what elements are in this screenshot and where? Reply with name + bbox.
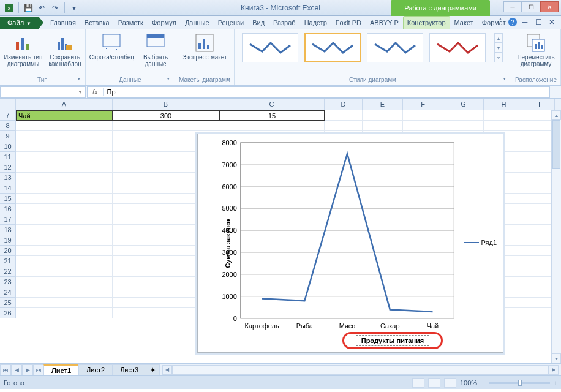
row-header-14[interactable]: 14 <box>0 183 16 194</box>
fx-icon[interactable]: fx <box>88 88 104 96</box>
view-page-layout-button[interactable] <box>428 378 440 388</box>
sheet-tab-1[interactable]: Лист1 <box>43 364 79 375</box>
switch-row-col-button[interactable]: Строка/столбец <box>89 33 134 61</box>
tab-foxit[interactable]: Foxit PD <box>331 16 366 29</box>
col-header-A[interactable]: A <box>16 99 113 110</box>
cell-I21[interactable] <box>524 256 555 266</box>
move-chart-button[interactable]: Переместить диаграмму <box>517 33 554 67</box>
row-header-25[interactable]: 25 <box>0 298 16 308</box>
cell-G7[interactable] <box>443 110 484 121</box>
cell-A9[interactable] <box>16 131 113 141</box>
cell-I12[interactable] <box>524 162 555 173</box>
cell-A26[interactable] <box>16 308 113 318</box>
select-data-button[interactable]: Выбрать данные <box>140 33 171 67</box>
col-header-C[interactable]: C <box>219 99 325 110</box>
cell-H8[interactable] <box>484 121 524 131</box>
grid-body[interactable]: 7Чай300158910111213141516171819202122232… <box>0 110 561 363</box>
name-box[interactable]: ▼ <box>0 86 86 98</box>
row-header-9[interactable]: 9 <box>0 131 16 141</box>
cell-A17[interactable] <box>16 214 113 225</box>
row-header-10[interactable]: 10 <box>0 141 16 152</box>
tab-formulas[interactable]: Формул <box>148 16 181 29</box>
cell-A21[interactable] <box>16 256 113 266</box>
cell-A8[interactable] <box>16 121 113 131</box>
vertical-scrollbar[interactable]: ▴ ▾ <box>551 110 561 363</box>
doc-restore-icon[interactable]: ☐ <box>533 17 544 27</box>
chart-style-2[interactable] <box>304 33 361 62</box>
cell-I15[interactable] <box>524 194 555 204</box>
tab-page-layout[interactable]: Разметк <box>114 16 148 29</box>
zoom-slider[interactable] <box>489 382 550 384</box>
cell-A18[interactable] <box>16 225 113 235</box>
sheet-nav-last[interactable]: ⏭ <box>33 364 44 375</box>
row-header-15[interactable]: 15 <box>0 194 16 204</box>
chart-style-1[interactable] <box>242 33 298 62</box>
col-header-I[interactable]: I <box>524 99 555 110</box>
tab-review[interactable]: Рецензи <box>214 16 249 29</box>
cell-I13[interactable] <box>524 173 555 183</box>
row-header-13[interactable]: 13 <box>0 173 16 183</box>
cell-I11[interactable] <box>524 152 555 162</box>
row-header-26[interactable]: 26 <box>0 308 16 318</box>
cell-A11[interactable] <box>16 152 113 162</box>
sheet-nav-next[interactable]: ▶ <box>22 364 33 375</box>
style-next-button[interactable]: ▾ <box>494 43 503 53</box>
save-template-button[interactable]: Сохранить как шаблон <box>48 33 81 67</box>
cell-A10[interactable] <box>16 141 113 152</box>
cell-I14[interactable] <box>524 183 555 194</box>
row-header-8[interactable]: 8 <box>0 121 16 131</box>
row-header-21[interactable]: 21 <box>0 256 16 266</box>
hscroll-left[interactable]: ◀ <box>162 365 172 375</box>
col-header-F[interactable]: F <box>403 99 443 110</box>
cell-I25[interactable] <box>524 298 555 308</box>
cell-A12[interactable] <box>16 162 113 173</box>
style-prev-button[interactable]: ▴ <box>494 33 503 43</box>
tab-home[interactable]: Главная <box>46 16 80 29</box>
zoom-level[interactable]: 100% <box>460 379 477 386</box>
scroll-down-button[interactable]: ▾ <box>552 353 561 363</box>
sheet-tab-3[interactable]: Лист3 <box>112 364 146 375</box>
cell-A22[interactable] <box>16 266 113 277</box>
zoom-plus-button[interactable]: + <box>554 379 557 386</box>
hscroll-track[interactable] <box>172 365 549 375</box>
hscroll-right[interactable]: ▶ <box>549 365 559 375</box>
cell-I22[interactable] <box>524 266 555 277</box>
minimize-button[interactable]: ─ <box>503 1 522 12</box>
new-sheet-button[interactable]: ✦ <box>146 364 160 375</box>
undo-icon[interactable]: ↶ <box>36 2 47 13</box>
tab-chart-layout[interactable]: Макет <box>450 16 478 29</box>
cell-A16[interactable] <box>16 204 113 214</box>
chart-plot-area[interactable]: 010002000300040005000600070008000Картофе… <box>198 134 503 353</box>
help-icon[interactable]: ? <box>508 18 517 26</box>
cell-D8[interactable] <box>325 121 363 131</box>
cell-E8[interactable] <box>363 121 403 131</box>
row-header-11[interactable]: 11 <box>0 152 16 162</box>
cell-A20[interactable] <box>16 246 113 256</box>
cell-A15[interactable] <box>16 194 113 204</box>
change-chart-type-button[interactable]: Изменить тип диаграммы <box>4 33 42 67</box>
cell-I23[interactable] <box>524 277 555 287</box>
cell-I18[interactable] <box>524 225 555 235</box>
chart-y-axis-label[interactable]: Сумма закупок <box>224 218 232 268</box>
cell-A24[interactable] <box>16 287 113 298</box>
horizontal-scrollbar[interactable]: ◀ ▶ <box>162 365 559 375</box>
qat-dropdown-icon[interactable]: ▾ <box>69 2 80 13</box>
cell-A7[interactable]: Чай <box>16 110 113 121</box>
cell-I10[interactable] <box>524 141 555 152</box>
cell-B8[interactable] <box>113 121 219 131</box>
tab-chart-design[interactable]: Конструктор <box>403 16 450 29</box>
scroll-track[interactable] <box>552 120 561 353</box>
col-header-B[interactable]: B <box>113 99 219 110</box>
cell-A14[interactable] <box>16 183 113 194</box>
cell-I19[interactable] <box>524 235 555 246</box>
cell-I7[interactable] <box>524 110 555 121</box>
doc-close-icon[interactable]: ✕ <box>546 17 557 27</box>
cell-I9[interactable] <box>524 131 555 141</box>
cell-G8[interactable] <box>443 121 484 131</box>
cell-I8[interactable] <box>524 121 555 131</box>
row-header-7[interactable]: 7 <box>0 110 16 121</box>
save-icon[interactable]: 💾 <box>23 2 34 13</box>
cell-A23[interactable] <box>16 277 113 287</box>
style-more-button[interactable]: ▿ <box>494 53 503 62</box>
view-normal-button[interactable] <box>412 378 424 388</box>
